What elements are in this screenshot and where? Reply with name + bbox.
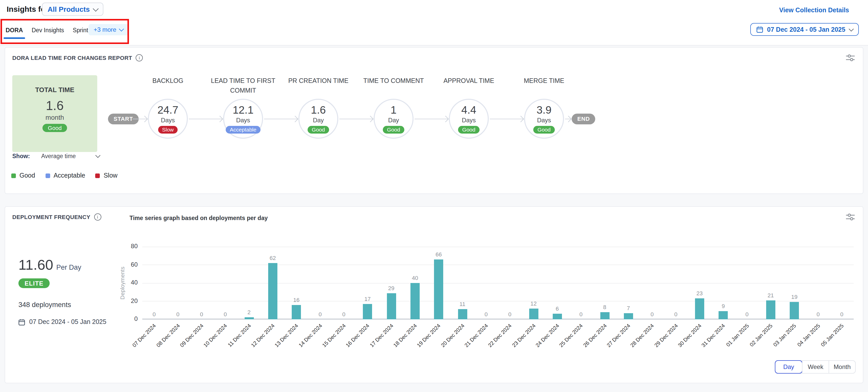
bar-value-label: 0 [218,311,233,317]
stage-unit: Day [388,116,399,124]
y-tick-label: 60 [115,261,138,268]
stage-unit: Days [462,116,476,124]
legend-swatch [11,173,16,178]
tab-dora[interactable]: DORA [6,26,23,39]
card-title-row: DEPLOYMENT FREQUENCY i [12,213,101,220]
legend-swatch [45,173,50,178]
bar-value-label: 0 [146,311,162,317]
y-tick-label: 80 [115,243,138,250]
bar-value-label: 19 [786,294,802,300]
flow-arrow [414,118,448,119]
date-range-picker[interactable]: 07 Dec 2024 - 05 Jan 2025 [750,23,859,36]
deployment-frequency-title: DEPLOYMENT FREQUENCY [12,214,90,220]
stage-value: 1.6 [311,104,326,115]
stage-badge: Slow [158,126,178,133]
gridline [142,283,854,283]
bar [458,309,467,319]
date-range-value: 07 Dec 2024 - 05 Jan 2025 [767,26,845,33]
y-tick-label: 0 [115,315,138,323]
tabs-more-label: +3 more [94,26,117,33]
show-selector[interactable]: Show: Average time [12,153,99,159]
granularity-week[interactable]: Week [802,361,829,373]
stage-circle-backlog: 24.7DaysSlow [148,99,188,139]
bar-value-label: 8 [597,304,612,310]
stage-value: 3.9 [537,104,552,115]
stage-value: 24.7 [157,104,178,115]
bar-value-label: 0 [834,311,849,317]
stage-badge: Good [533,126,555,133]
chevron-down-icon [849,26,854,31]
gridline [142,301,854,301]
stage-value: 12.1 [232,104,254,115]
stage-unit: Days [236,116,250,124]
bar-value-label: 0 [739,311,755,317]
bar [268,263,277,319]
granularity-toggle: DayWeekMonth [775,360,856,373]
stage-unit: Day [313,116,324,124]
stage-unit: Days [537,116,551,124]
bar-value-label: 7 [621,305,636,311]
bar [600,312,609,319]
bar [387,293,396,319]
stage-label-approval-time: APPROVAL TIME [433,76,505,86]
chevron-down-icon [93,6,99,11]
bar [624,313,633,319]
tab-dev-insights[interactable]: Dev Insights [32,26,64,39]
granularity-month[interactable]: Month [829,361,855,373]
bar-value-label: 11 [455,301,470,307]
bar [695,298,704,319]
info-icon[interactable]: i [94,213,101,220]
stage-badge: Acceptable [226,126,260,133]
flow-arrow [132,118,147,119]
chevron-down-icon [119,27,124,31]
deployments-date-range-value: 07 Dec 2024 - 05 Jan 2025 [29,318,106,326]
y-tick-label: 20 [115,297,138,304]
bar-value-label: 29 [383,285,399,291]
stage-label-backlog: BACKLOG [132,76,204,86]
bar [363,304,372,319]
bar-value-label: 6 [550,306,565,312]
y-tick-label: 40 [115,279,138,286]
view-collection-details-link[interactable]: View Collection Details [779,7,849,14]
product-selector-dropdown[interactable]: All Products [42,3,104,16]
bar [529,308,538,319]
bar-value-label: 0 [644,311,660,317]
legend-label: Good [20,172,35,179]
x-axis: 07 Dec 202408 Dec 202409 Dec 202410 Dec … [142,323,854,365]
bar-value-label: 17 [360,296,375,302]
bar [244,318,254,319]
product-selector-value: All Products [48,5,90,13]
legend: GoodAcceptableSlow [11,172,118,179]
chart-settings-icon[interactable] [846,213,855,222]
bar [410,283,420,319]
end-pill: END [572,113,595,124]
tabs-more-button[interactable]: +3 more [89,24,128,35]
calendar-icon [756,26,763,33]
bar [766,300,775,319]
bar-value-label: 40 [407,275,423,281]
deployment-frequency-card: DEPLOYMENT FREQUENCY i Time series graph… [5,206,863,383]
deployment-rate: 11.60Per Day [19,257,82,273]
deployments-plot: 0000262160017294066110012608700239021190… [142,247,854,319]
deployments-date-range: 07 Dec 2024 - 05 Jan 2025 [19,318,106,326]
bar-value-label: 21 [763,292,778,298]
stage-circle-merge-time: 3.9DaysGood [524,99,564,139]
bar-value-label: 0 [336,311,351,317]
deployment-rate-unit: Per Day [56,264,82,271]
deployment-rate-value: 11.60 [19,257,53,273]
bar [553,314,562,319]
stage-label-lead-time-to-first-commit: LEAD TIME TO FIRST COMMIT [207,76,279,96]
calendar-icon [19,319,25,325]
granularity-day[interactable]: Day [775,360,803,373]
bar [292,305,301,319]
stage-badge: Good [383,126,404,133]
bar-value-label: 23 [692,290,707,296]
stage-unit: Days [161,116,175,124]
legend-label: Slow [104,172,118,179]
page-body: DORA LEAD TIME FOR CHANGES REPORT i TOTA… [0,46,868,392]
stage-label-merge-time: MERGE TIME [508,76,580,86]
bar-value-label: 66 [431,251,446,258]
bar-value-label: 0 [573,311,589,317]
legend-item-acceptable: Acceptable [45,172,85,179]
bar-value-label: 9 [715,303,731,309]
